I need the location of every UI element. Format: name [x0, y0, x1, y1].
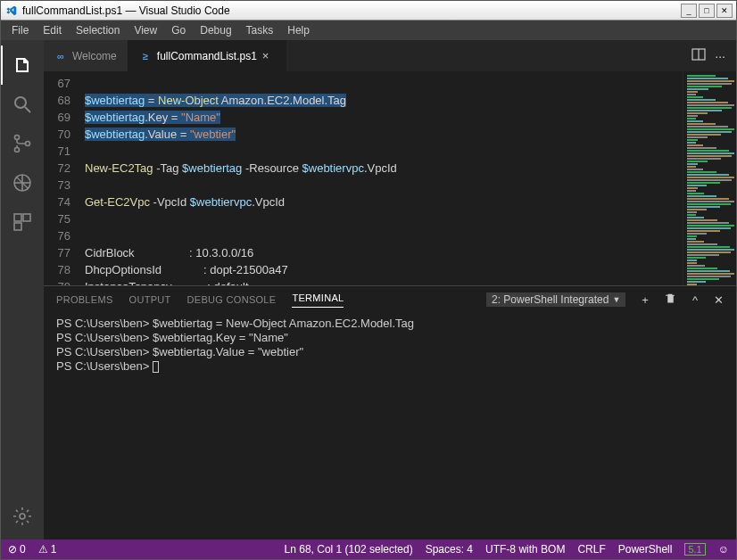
menu-help[interactable]: Help [280, 22, 317, 38]
search-icon[interactable] [1, 85, 44, 124]
terminal-selector[interactable]: 2: PowerShell Integrated ▼ [486, 292, 625, 307]
menu-tasks[interactable]: Tasks [239, 22, 281, 38]
split-editor-icon[interactable] [691, 47, 706, 64]
more-actions-icon[interactable]: ··· [715, 49, 725, 63]
panel-tab-debug-console[interactable]: DEBUG CONSOLE [187, 294, 277, 305]
feedback-icon[interactable]: ☺ [718, 543, 729, 556]
window-titlebar: fullCommandList.ps1 — Visual Studio Code… [1, 1, 736, 21]
menu-selection[interactable]: Selection [69, 22, 127, 38]
close-tab-icon[interactable]: × [262, 49, 275, 62]
panel-tab-output[interactable]: OUTPUT [129, 294, 171, 305]
kill-terminal-icon[interactable] [665, 292, 676, 307]
tab-label: fullCommandList.ps1 [157, 50, 257, 62]
status-errors[interactable]: ⊘0 [8, 543, 26, 556]
vscode-icon [4, 4, 19, 18]
svg-point-3 [15, 148, 20, 152]
svg-point-4 [26, 142, 30, 146]
svg-point-12 [20, 514, 25, 519]
window-title: fullCommandList.ps1 — Visual Studio Code [22, 4, 230, 17]
bottom-panel: PROBLEMSOUTPUTDEBUG CONSOLETERMINAL 2: P… [44, 285, 736, 539]
svg-point-2 [15, 136, 20, 140]
menu-debug[interactable]: Debug [193, 22, 238, 38]
source-control-icon[interactable] [1, 124, 44, 163]
explorer-icon[interactable] [1, 45, 44, 85]
close-button[interactable]: ✕ [716, 4, 733, 18]
editor-tab[interactable]: ∞Welcome [44, 40, 128, 71]
svg-rect-10 [23, 214, 30, 221]
panel-tab-bar: PROBLEMSOUTPUTDEBUG CONSOLETERMINAL 2: P… [44, 286, 736, 313]
status-encoding[interactable]: UTF-8 with BOM [485, 543, 565, 556]
extensions-icon[interactable] [1, 202, 44, 242]
error-icon: ⊘ [8, 543, 17, 556]
status-cursor[interactable]: Ln 68, Col 1 (102 selected) [285, 543, 413, 556]
menu-bar: FileEditSelectionViewGoDebugTasksHelp [1, 21, 736, 40]
svg-rect-11 [14, 223, 21, 230]
window-controls: _ □ ✕ [679, 4, 733, 18]
panel-tab-terminal[interactable]: TERMINAL [292, 292, 344, 308]
menu-edit[interactable]: Edit [36, 22, 69, 38]
maximize-button[interactable]: □ [699, 4, 715, 18]
file-icon: ∞ [54, 50, 67, 62]
menu-file[interactable]: File [4, 22, 36, 38]
status-language[interactable]: PowerShell [618, 543, 673, 556]
debug-icon[interactable] [1, 163, 44, 202]
code-editor[interactable]: 67686970717273747576777879 $webtiertag =… [44, 71, 736, 285]
status-warnings[interactable]: ⚠1 [38, 543, 57, 556]
terminal-content[interactable]: PS C:\Users\ben> $webtiertag = New-Objec… [44, 313, 736, 539]
chevron-down-icon: ▼ [612, 295, 620, 304]
file-icon: ≥ [139, 50, 152, 62]
settings-gear-icon[interactable] [1, 497, 44, 536]
svg-rect-9 [14, 214, 21, 221]
warning-icon: ⚠ [38, 543, 48, 556]
minimap[interactable] [683, 71, 736, 285]
panel-tab-problems[interactable]: PROBLEMS [56, 294, 113, 305]
status-spaces[interactable]: Spaces: 4 [426, 543, 473, 556]
line-gutter: 67686970717273747576777879 [44, 71, 81, 285]
minimize-button[interactable]: _ [681, 4, 697, 18]
status-bar: ⊘0 ⚠1 Ln 68, Col 1 (102 selected) Spaces… [1, 539, 736, 559]
svg-point-0 [15, 97, 26, 108]
activity-bar [1, 40, 44, 539]
editor-tab-bar: ∞Welcome≥fullCommandList.ps1× ··· [44, 40, 736, 71]
svg-line-1 [25, 107, 30, 112]
new-terminal-icon[interactable]: + [642, 293, 649, 307]
maximize-panel-icon[interactable]: ^ [692, 293, 698, 307]
menu-view[interactable]: View [127, 22, 164, 38]
editor-tab[interactable]: ≥fullCommandList.ps1× [128, 40, 286, 71]
close-panel-icon[interactable]: ✕ [714, 293, 724, 307]
status-eol[interactable]: CRLF [577, 543, 605, 556]
menu-go[interactable]: Go [164, 22, 193, 38]
status-psversion[interactable]: 5.1 [684, 543, 705, 556]
tab-label: Welcome [72, 50, 117, 62]
code-content[interactable]: $webtiertag = New-Object Amazon.EC2.Mode… [81, 71, 683, 285]
